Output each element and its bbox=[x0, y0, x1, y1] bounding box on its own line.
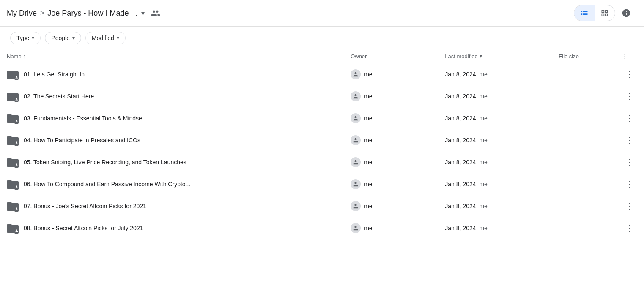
actions-cell-7: ⋮ bbox=[615, 217, 644, 239]
actions-cell-6: ⋮ bbox=[615, 195, 644, 217]
more-options-button-4[interactable]: ⋮ bbox=[622, 155, 637, 169]
person-overlay bbox=[14, 74, 19, 80]
table-row[interactable]: 01. Lets Get Straight In me Jan 8, 2024 … bbox=[0, 63, 644, 85]
header-right bbox=[574, 5, 634, 21]
owner-cell-6: me bbox=[344, 195, 438, 217]
table-header-row: Name ↑ Owner Last modified ▾ File size ⋮ bbox=[0, 49, 644, 63]
modified-date-7: Jan 8, 2024 me bbox=[445, 225, 488, 231]
table-row[interactable]: 03. Fundamentals - Essential Tools & Min… bbox=[0, 107, 644, 129]
person-overlay bbox=[14, 96, 19, 102]
folder-icon-4 bbox=[7, 156, 19, 168]
svg-rect-7 bbox=[7, 136, 12, 139]
more-options-button-1[interactable]: ⋮ bbox=[622, 90, 637, 103]
person-in-folder-icon bbox=[15, 119, 19, 123]
person-in-folder-icon bbox=[15, 75, 19, 79]
filesize-value-6: — bbox=[559, 203, 565, 210]
table-row[interactable]: 08. Bonus - Secret Altcoin Picks for Jul… bbox=[0, 217, 644, 239]
table-row[interactable]: 02. The Secrets Start Here me Jan 8, 202… bbox=[0, 85, 644, 107]
more-options-button-7[interactable]: ⋮ bbox=[622, 221, 637, 235]
folder-icon-5 bbox=[7, 178, 19, 190]
owner-avatar-7 bbox=[351, 223, 361, 233]
owner-avatar-0 bbox=[351, 69, 361, 79]
folder-icon-6 bbox=[7, 200, 19, 212]
table-row[interactable]: 04. How To Participate in Presales and I… bbox=[0, 129, 644, 151]
person-in-folder-icon bbox=[15, 97, 19, 101]
breadcrumb-my-drive[interactable]: My Drive bbox=[7, 9, 37, 18]
svg-rect-11 bbox=[7, 180, 12, 182]
more-options-button-3[interactable]: ⋮ bbox=[622, 133, 637, 147]
filesize-value-7: — bbox=[559, 225, 565, 231]
more-options-button-2[interactable]: ⋮ bbox=[622, 112, 637, 125]
filesize-value-5: — bbox=[559, 181, 565, 188]
file-name-3: 04. How To Participate in Presales and I… bbox=[24, 137, 140, 144]
breadcrumb-separator: > bbox=[40, 9, 44, 17]
modified-sort-arrow: ▾ bbox=[480, 53, 482, 59]
owner-name-4: me bbox=[364, 159, 372, 166]
svg-rect-3 bbox=[7, 93, 12, 95]
table-row[interactable]: 06. How To Compound and Earn Passive Inc… bbox=[0, 173, 644, 195]
col-header-name[interactable]: Name ↑ bbox=[0, 49, 344, 63]
file-name-5: 06. How To Compound and Earn Passive Inc… bbox=[24, 181, 190, 188]
more-options-button-0[interactable]: ⋮ bbox=[622, 68, 637, 81]
modified-by-1: me bbox=[478, 93, 488, 100]
name-cell-1[interactable]: 02. The Secrets Start Here bbox=[0, 85, 344, 107]
person-in-folder-icon bbox=[15, 141, 19, 145]
more-options-button-5[interactable]: ⋮ bbox=[622, 177, 637, 191]
people-filter-label: People bbox=[51, 35, 70, 41]
folder-icon-0 bbox=[7, 68, 19, 80]
table-row[interactable]: 05. Token Sniping, Live Price Recording,… bbox=[0, 151, 644, 173]
person-in-folder-icon bbox=[15, 185, 19, 189]
modified-by-0: me bbox=[478, 71, 488, 78]
svg-rect-13 bbox=[7, 202, 12, 204]
owner-avatar-1 bbox=[351, 91, 361, 101]
modified-date-4: Jan 8, 2024 me bbox=[445, 159, 488, 166]
table-row[interactable]: 07. Bonus - Joe's Secret Altcoin Picks f… bbox=[0, 195, 644, 217]
actions-cell-1: ⋮ bbox=[615, 85, 644, 107]
filesize-cell-0: — bbox=[552, 63, 615, 85]
name-cell-5[interactable]: 06. How To Compound and Earn Passive Inc… bbox=[0, 173, 344, 195]
actions-cell-2: ⋮ bbox=[615, 107, 644, 129]
name-cell-4[interactable]: 05. Token Sniping, Live Price Recording,… bbox=[0, 151, 344, 173]
more-options-button-6[interactable]: ⋮ bbox=[622, 199, 637, 213]
type-filter-button[interactable]: Type ▾ bbox=[10, 32, 41, 44]
svg-rect-15 bbox=[7, 224, 12, 226]
col-header-owner: Owner bbox=[344, 49, 438, 63]
list-view-icon bbox=[580, 9, 589, 17]
filesize-cell-1: — bbox=[552, 85, 615, 107]
person-icon bbox=[352, 159, 359, 166]
folder-title-dropdown[interactable]: ▾ bbox=[141, 9, 145, 17]
col-header-modified[interactable]: Last modified ▾ bbox=[438, 49, 552, 63]
grid-view-icon bbox=[600, 9, 609, 17]
people-icon-button[interactable] bbox=[148, 5, 163, 21]
owner-avatar-5 bbox=[351, 179, 361, 189]
list-view-button[interactable] bbox=[574, 5, 595, 21]
name-cell-3[interactable]: 04. How To Participate in Presales and I… bbox=[0, 129, 344, 151]
name-cell-6[interactable]: 07. Bonus - Joe's Secret Altcoin Picks f… bbox=[0, 195, 344, 217]
info-button[interactable] bbox=[619, 5, 634, 21]
file-name-6: 07. Bonus - Joe's Secret Altcoin Picks f… bbox=[24, 203, 146, 210]
people-filter-button[interactable]: People ▾ bbox=[45, 32, 81, 44]
name-cell-0[interactable]: 01. Lets Get Straight In bbox=[0, 63, 344, 85]
type-filter-chevron: ▾ bbox=[32, 35, 34, 41]
file-name-0: 01. Lets Get Straight In bbox=[24, 71, 85, 78]
filesize-value-2: — bbox=[559, 115, 565, 122]
file-name-7: 08. Bonus - Secret Altcoin Picks for Jul… bbox=[24, 225, 143, 231]
owner-avatar-3 bbox=[351, 135, 361, 145]
filesize-value-3: — bbox=[559, 137, 565, 144]
owner-cell-7: me bbox=[344, 217, 438, 239]
grid-view-button[interactable] bbox=[595, 5, 615, 21]
person-overlay bbox=[14, 140, 19, 146]
actions-cell-0: ⋮ bbox=[615, 63, 644, 85]
person-icon bbox=[352, 137, 359, 144]
modified-filter-button[interactable]: Modified ▾ bbox=[85, 32, 126, 44]
info-icon bbox=[622, 8, 631, 18]
people-icon bbox=[151, 8, 160, 18]
svg-rect-1 bbox=[7, 71, 12, 73]
modified-by-4: me bbox=[478, 159, 488, 166]
owner-avatar-6 bbox=[351, 201, 361, 211]
person-overlay bbox=[14, 228, 19, 234]
name-cell-2[interactable]: 03. Fundamentals - Essential Tools & Min… bbox=[0, 107, 344, 129]
modified-cell-5: Jan 8, 2024 me bbox=[438, 173, 552, 195]
owner-cell-4: me bbox=[344, 151, 438, 173]
name-cell-7[interactable]: 08. Bonus - Secret Altcoin Picks for Jul… bbox=[0, 217, 344, 239]
